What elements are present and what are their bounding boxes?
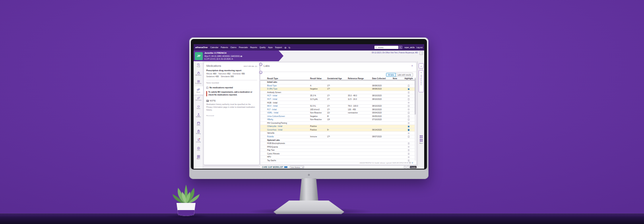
highlight-checkbox[interactable]: [408, 119, 410, 121]
nav-support[interactable]: Support: [275, 46, 282, 49]
labs-table-row: Varicella: [260, 132, 415, 135]
historical-link[interactable]: HISTORICAL (0): [244, 65, 257, 67]
highlight-checkbox[interactable]: [408, 109, 410, 111]
highlight-checkbox[interactable]: [408, 115, 410, 117]
lab-name-link[interactable]: Blood Type: [260, 85, 310, 87]
pdmp-scores: Misuse800 Narcotics652 Overdose650 Sedat…: [206, 72, 253, 78]
rail-item-care[interactable]: Care: [194, 145, 203, 153]
succulent-plant: [166, 180, 206, 220]
lab-name-link[interactable]: HCT - Initial: [260, 98, 310, 100]
labs-scrollbar[interactable]: [415, 77, 416, 161]
apps-launcher[interactable]: Apps: [419, 135, 424, 144]
labs-panel: Labs ∧ All labs Labs with results Result…: [260, 62, 416, 165]
highlight-checkbox: [408, 149, 410, 151]
nav-reports[interactable]: Reports: [250, 46, 257, 49]
nav-financials[interactable]: Financials: [239, 46, 248, 49]
highlight-checkbox: [408, 102, 410, 104]
labs-table-header: Result Type Result Value Gestational Age…: [260, 77, 415, 80]
lab-name-link[interactable]: VDRL - Initial: [260, 112, 310, 114]
highlight-checkbox[interactable]: ✓: [408, 88, 410, 90]
labs-table-row: HIV Counseling/Testing: [260, 122, 415, 125]
lab-name-link[interactable]: Gonorrhea - Initial: [260, 129, 310, 131]
next-page-button[interactable]: ›: [407, 166, 409, 168]
highlight-checkbox[interactable]: ✓: [408, 129, 410, 131]
pdmp-title: Prescription drug monitoring report: [206, 69, 257, 72]
rail-item-visits[interactable]: Visits: [194, 120, 203, 128]
rail-item-results[interactable]: Results: [194, 111, 203, 120]
lab-name-link[interactable]: HBsAg: [260, 119, 310, 121]
search-input[interactable]: 250931: [374, 46, 398, 49]
care-gap-filter-select[interactable]: Inter-Somoa ▾: [290, 166, 304, 169]
highlight-checkbox[interactable]: [408, 98, 410, 100]
gear-icon[interactable]: ⚙: [284, 46, 286, 49]
filter-labs-with-results[interactable]: Labs with results: [396, 73, 413, 77]
highlight-checkbox: [408, 160, 410, 162]
nav-apps[interactable]: Apps: [268, 46, 272, 49]
lab-name-text: Pap Test: [260, 149, 310, 151]
nav-quality[interactable]: Quality: [260, 46, 266, 49]
chevron-left-icon: «: [421, 71, 422, 74]
encounter-context[interactable]: 09-12-2023 | Ob Office Visit Test | Fran…: [372, 52, 418, 54]
care-gap-label[interactable]: CARE GAP WORKLIST: [262, 166, 283, 168]
main-content: Find Allergies Problems Meds: [194, 61, 424, 169]
nav-calendar[interactable]: Calendar: [210, 46, 218, 49]
rail-item-history[interactable]: History: [194, 128, 203, 136]
add-medication-button[interactable]: +: [259, 63, 262, 66]
rail-item-vitals[interactable]: Vitals: [194, 103, 203, 111]
lab-name-link[interactable]: HCT - Initial: [260, 95, 310, 97]
lab-name-link[interactable]: D (Rh) Type: [260, 88, 310, 90]
logout-link[interactable]: Log out: [417, 47, 423, 49]
grid-icon[interactable]: [409, 162, 411, 164]
lab-name-text: Antibody Screen: [260, 92, 310, 93]
search-button[interactable]: [399, 46, 402, 49]
note-label[interactable]: NOTE: [210, 99, 216, 102]
highlight-checkbox: [408, 146, 410, 148]
lab-name-link[interactable]: Urine Culture/Screen: [260, 115, 310, 117]
section-label: Optional Labs: [260, 139, 310, 141]
rail-item-problems[interactable]: Problems: [194, 78, 203, 86]
no-medications-checkbox[interactable]: [206, 87, 208, 89]
rail-item-vaccines[interactable]: Vaccines: [194, 95, 203, 103]
refresh-icon[interactable]: ↻: [289, 46, 291, 49]
chart-popout-icon[interactable]: [241, 56, 242, 57]
window-icon[interactable]: ❐: [419, 51, 423, 55]
pill-icon: [196, 88, 200, 92]
monitor-stand-base: [274, 201, 344, 214]
nav-patients[interactable]: Patients: [221, 46, 228, 49]
rail-item-apps[interactable]: Apps: [194, 153, 203, 162]
highlight-checkbox[interactable]: [408, 112, 410, 114]
close-icon[interactable]: ✕: [411, 162, 413, 164]
lab-name-link[interactable]: Rubella: [260, 136, 310, 138]
rail-item-meds[interactable]: Meds: [194, 86, 203, 95]
prev-page-button[interactable]: ‹: [404, 166, 406, 168]
none-recorded-text: None recorded: [206, 82, 257, 84]
ob-episodes-tab[interactable]: « OB Episodes: [419, 70, 424, 92]
pdmp-score-value: 650: [242, 73, 245, 75]
highlight-checkbox[interactable]: ✓: [408, 126, 410, 128]
highlight-checkbox[interactable]: [408, 95, 410, 97]
pdmp-expand-button[interactable]: »: [259, 71, 262, 74]
lab-name-text: HGB Electrophoresis: [260, 142, 310, 144]
labs-table-row: HBsAgNon-Reactive13²07/10/2023: [260, 118, 415, 122]
pdmp-score-label: Sedatives: [206, 76, 215, 78]
rail-item-quality[interactable]: Quality: [194, 136, 203, 145]
highlight-checkbox: [408, 142, 410, 144]
collapse-panel-button[interactable]: «: [419, 63, 424, 68]
highlight-checkbox[interactable]: [408, 85, 410, 87]
labs-table-row: HCT - Initial35.3 %17⁵35.0 - 48.008/10/2…: [260, 94, 415, 98]
lab-name-link[interactable]: Chlamydia - Initial: [260, 125, 310, 127]
highlight-checkbox[interactable]: [408, 136, 410, 138]
rail-item-find[interactable]: Find: [194, 61, 203, 70]
monitor-bezel: athenaOne Calendar Patients Claims Finan…: [191, 39, 427, 169]
nav-claims[interactable]: Claims: [230, 46, 236, 49]
lab-name-link[interactable]: MCV - Initial: [260, 105, 310, 107]
filter-all-labs[interactable]: All labs: [386, 73, 396, 77]
collapse-chevron-icon[interactable]: ∧: [411, 64, 413, 67]
username[interactable]: super_ale2a: [404, 47, 414, 49]
lab-name-link[interactable]: PLT - Initial: [260, 109, 310, 111]
pdmp-score-value: 800: [213, 73, 216, 75]
monitor: athenaOne Calendar Patients Claims Finan…: [189, 37, 429, 179]
labs-table-row: HCT - Initial11.5 g/dL17⁵11.5 - 16.008/1…: [260, 98, 415, 101]
rail-item-allergies[interactable]: Allergies: [194, 70, 203, 78]
highlight-checkbox[interactable]: [408, 105, 410, 107]
